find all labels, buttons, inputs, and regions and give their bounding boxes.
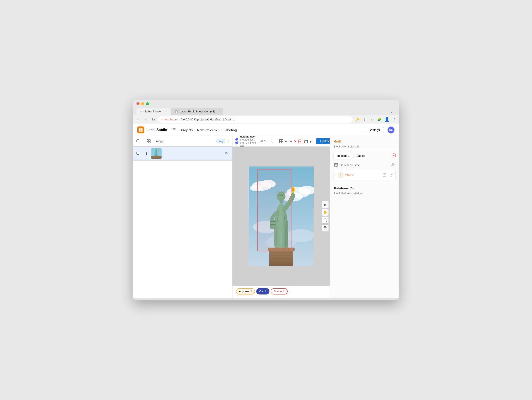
svg-rect-16 bbox=[279, 140, 281, 141]
app-content: Label Studio ☰ Projects / New Project #1… bbox=[133, 124, 399, 300]
update-button[interactable]: Update bbox=[316, 138, 330, 144]
address-bar: ← → ↻ ⚠ Not Secure | 0.0.0.0:8080/projec… bbox=[133, 115, 399, 124]
new-tab-button[interactable]: + bbox=[223, 107, 231, 115]
svg-point-29 bbox=[261, 180, 276, 188]
sorted-by-row: Sorted by Date bbox=[333, 161, 396, 169]
upload-button[interactable]: ⬆ bbox=[362, 117, 368, 123]
relations-title: Relations (0) bbox=[334, 186, 395, 190]
tab-title-1: Label Studio bbox=[145, 110, 164, 113]
zoom-out-button[interactable] bbox=[322, 224, 329, 231]
close-window-button[interactable] bbox=[136, 102, 139, 105]
bottom-scrollbar[interactable] bbox=[133, 298, 399, 300]
svg-rect-39 bbox=[270, 252, 292, 253]
statue-background bbox=[249, 166, 314, 266]
delete-regions-button[interactable] bbox=[392, 153, 396, 159]
browser-window: 🏷 Label Studio × 📋 Label Studio Integrat… bbox=[133, 100, 399, 300]
copy-annotation-button[interactable] bbox=[304, 138, 308, 145]
breadcrumb-project-name[interactable]: New Project #1 bbox=[197, 128, 219, 132]
profile-button[interactable]: 👤 bbox=[384, 117, 390, 123]
tab-close-1[interactable]: × bbox=[166, 110, 168, 113]
sorted-by-text: Sorted by Date bbox=[340, 164, 389, 167]
svg-rect-41 bbox=[270, 258, 292, 260]
cursor-tool-button[interactable]: ▶ bbox=[322, 201, 329, 208]
extensions-button[interactable]: 🧩 bbox=[376, 117, 383, 123]
not-secure-icon: ⚠ bbox=[161, 118, 163, 121]
relations-section: Relations (0) No Relations added yet bbox=[330, 183, 399, 198]
svg-rect-26 bbox=[304, 140, 307, 143]
minimize-window-button[interactable] bbox=[141, 102, 144, 105]
select-all-checkbox[interactable] bbox=[136, 139, 142, 143]
tab-close-2[interactable]: × bbox=[218, 110, 220, 113]
no-region-label: No Region selected bbox=[334, 145, 395, 148]
maximize-window-button[interactable] bbox=[146, 102, 149, 105]
column-icon bbox=[144, 139, 153, 143]
row-checkbox[interactable] bbox=[136, 152, 142, 155]
browser-tab-1[interactable]: 🏷 Label Studio × bbox=[136, 108, 171, 115]
breadcrumb: Projects / New Project #1 / Labeling bbox=[181, 128, 237, 132]
svg-rect-17 bbox=[281, 140, 283, 141]
delete-annotation-button[interactable] bbox=[298, 138, 302, 145]
region-visibility-button[interactable] bbox=[388, 172, 394, 178]
column-divider: | bbox=[228, 139, 229, 143]
labeling-panel: DE default_user created, less than a min… bbox=[233, 136, 330, 298]
row-thumbnail bbox=[151, 148, 162, 159]
regions-tab[interactable]: Regions 1 bbox=[333, 153, 353, 159]
svg-point-80 bbox=[390, 174, 393, 177]
forward-button[interactable]: → bbox=[143, 117, 149, 123]
back-button[interactable]: ← bbox=[135, 117, 141, 123]
row-code-button[interactable]: </> bbox=[224, 151, 229, 156]
svg-rect-9 bbox=[151, 156, 162, 159]
compare-button[interactable]: ⇄ bbox=[310, 138, 312, 145]
label-car[interactable]: Car 2 bbox=[256, 288, 269, 294]
user-avatar-header: DE bbox=[387, 126, 395, 134]
address-sep: | bbox=[179, 118, 179, 121]
svg-rect-0 bbox=[139, 128, 140, 130]
svg-rect-5 bbox=[149, 140, 150, 141]
bookmark-button[interactable]: ☆ bbox=[369, 117, 375, 123]
address-input[interactable]: ⚠ Not Secure | 0.0.0.0:8080/projects/1/d… bbox=[158, 116, 353, 123]
svg-rect-6 bbox=[147, 141, 148, 143]
zoom-in-button[interactable] bbox=[322, 217, 329, 223]
svg-point-14 bbox=[158, 150, 159, 151]
region-item[interactable]: ⣿ 1 Statue bbox=[333, 170, 396, 180]
svg-rect-18 bbox=[279, 141, 281, 143]
browser-tab-2[interactable]: 📋 Label Studio Integration (v2) - × bbox=[171, 108, 223, 115]
svg-rect-48 bbox=[271, 224, 276, 225]
annotation-hash: #1 bbox=[260, 140, 263, 142]
tabs-chevron-button[interactable]: ⌄ bbox=[388, 108, 396, 115]
annotator-name: default_user bbox=[240, 136, 259, 138]
table-row[interactable]: 1 bbox=[133, 146, 232, 161]
region-edit-button[interactable] bbox=[381, 172, 387, 178]
region-actions bbox=[381, 172, 394, 178]
counter-chevron-button[interactable]: ⌄ bbox=[269, 138, 276, 145]
more-button[interactable]: ⋮ bbox=[391, 117, 397, 123]
img-type-badge: img bbox=[216, 139, 225, 143]
counter-text: 1/1 bbox=[264, 140, 268, 143]
breadcrumb-projects[interactable]: Projects bbox=[181, 128, 193, 132]
password-button[interactable]: 🔑 bbox=[355, 117, 361, 123]
label-statue-count: 3 bbox=[283, 290, 285, 292]
close-annotation-button[interactable]: ✕ bbox=[294, 138, 297, 145]
user-details: default_user created, less than a minute… bbox=[240, 136, 259, 147]
label-airplane[interactable]: Airplane 1 bbox=[236, 288, 255, 294]
label-airplane-count: 1 bbox=[251, 290, 252, 292]
draft-label: draft bbox=[334, 140, 395, 143]
hand-tool-button[interactable]: ✋ bbox=[322, 209, 329, 216]
settings-button[interactable]: Settings bbox=[365, 127, 384, 133]
breadcrumb-current: Labeling bbox=[223, 128, 237, 132]
grid-view-button[interactable] bbox=[279, 138, 283, 145]
hamburger-button[interactable]: ☰ bbox=[171, 127, 177, 133]
undo-button[interactable]: ↩ bbox=[285, 138, 288, 145]
redo-button[interactable]: ↪ bbox=[289, 138, 292, 145]
svg-point-58 bbox=[279, 195, 280, 196]
label-statue[interactable]: Statue 3 bbox=[271, 288, 288, 294]
row-number: 1 bbox=[144, 152, 149, 155]
svg-rect-40 bbox=[270, 255, 292, 256]
browser-chrome: 🏷 Label Studio × 📋 Label Studio Integrat… bbox=[133, 100, 399, 115]
svg-point-81 bbox=[391, 174, 392, 176]
refresh-button[interactable]: ↻ bbox=[150, 117, 156, 123]
sorted-visibility-button[interactable] bbox=[391, 163, 395, 167]
labels-tab[interactable]: Labels bbox=[353, 153, 368, 159]
regions-section: Regions 1 Labels bbox=[330, 150, 399, 183]
svg-point-44 bbox=[292, 187, 294, 191]
